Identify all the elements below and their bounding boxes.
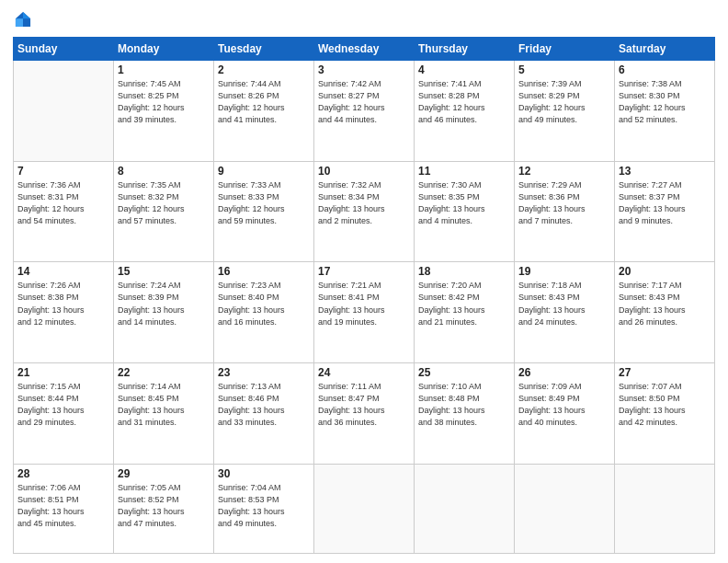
day-info: Sunrise: 7:07 AM Sunset: 8:50 PM Dayligh… <box>619 381 711 429</box>
day-info: Sunrise: 7:09 AM Sunset: 8:49 PM Dayligh… <box>518 381 610 429</box>
calendar-header-row: SundayMondayTuesdayWednesdayThursdayFrid… <box>14 38 715 61</box>
svg-marker-1 <box>23 12 30 18</box>
week-row-4: 21Sunrise: 7:15 AM Sunset: 8:44 PM Dayli… <box>14 363 715 465</box>
day-cell: 6Sunrise: 7:38 AM Sunset: 8:30 PM Daylig… <box>615 61 715 162</box>
day-info: Sunrise: 7:10 AM Sunset: 8:48 PM Dayligh… <box>418 381 510 429</box>
day-cell: 2Sunrise: 7:44 AM Sunset: 8:26 PM Daylig… <box>214 61 314 162</box>
week-row-2: 7Sunrise: 7:36 AM Sunset: 8:31 PM Daylig… <box>14 161 715 262</box>
day-cell: 13Sunrise: 7:27 AM Sunset: 8:37 PM Dayli… <box>615 161 715 262</box>
day-info: Sunrise: 7:36 AM Sunset: 8:31 PM Dayligh… <box>17 179 109 227</box>
day-cell: 12Sunrise: 7:29 AM Sunset: 8:36 PM Dayli… <box>515 161 615 262</box>
day-number: 17 <box>318 265 410 278</box>
day-number: 16 <box>218 265 310 278</box>
day-cell: 10Sunrise: 7:32 AM Sunset: 8:34 PM Dayli… <box>314 161 415 262</box>
day-cell: 21Sunrise: 7:15 AM Sunset: 8:44 PM Dayli… <box>14 363 114 465</box>
day-cell <box>515 464 615 553</box>
day-info: Sunrise: 7:42 AM Sunset: 8:27 PM Dayligh… <box>318 78 410 126</box>
column-header-wednesday: Wednesday <box>314 38 415 61</box>
day-number: 18 <box>418 265 510 278</box>
day-number: 30 <box>218 467 310 480</box>
day-cell: 28Sunrise: 7:06 AM Sunset: 8:51 PM Dayli… <box>14 464 114 553</box>
day-number: 5 <box>518 63 610 76</box>
day-number: 10 <box>318 165 410 178</box>
day-info: Sunrise: 7:44 AM Sunset: 8:26 PM Dayligh… <box>218 78 310 126</box>
day-number: 28 <box>17 467 109 480</box>
column-header-thursday: Thursday <box>415 38 515 61</box>
day-cell: 14Sunrise: 7:26 AM Sunset: 8:38 PM Dayli… <box>14 262 114 363</box>
week-row-1: 1Sunrise: 7:45 AM Sunset: 8:25 PM Daylig… <box>14 61 715 162</box>
day-number: 22 <box>118 366 210 379</box>
header <box>13 9 715 29</box>
day-number: 29 <box>118 467 210 480</box>
day-cell: 5Sunrise: 7:39 AM Sunset: 8:29 PM Daylig… <box>515 61 615 162</box>
day-cell: 17Sunrise: 7:21 AM Sunset: 8:41 PM Dayli… <box>314 262 415 363</box>
day-cell: 19Sunrise: 7:18 AM Sunset: 8:43 PM Dayli… <box>515 262 615 363</box>
week-row-3: 14Sunrise: 7:26 AM Sunset: 8:38 PM Dayli… <box>14 262 715 363</box>
day-number: 19 <box>518 265 610 278</box>
column-header-friday: Friday <box>515 38 615 61</box>
day-cell <box>615 464 715 553</box>
day-info: Sunrise: 7:11 AM Sunset: 8:47 PM Dayligh… <box>318 381 410 429</box>
day-info: Sunrise: 7:38 AM Sunset: 8:30 PM Dayligh… <box>619 78 711 126</box>
day-number: 9 <box>218 165 310 178</box>
day-number: 26 <box>518 366 610 379</box>
day-number: 13 <box>619 165 711 178</box>
day-info: Sunrise: 7:32 AM Sunset: 8:34 PM Dayligh… <box>318 179 410 227</box>
week-row-5: 28Sunrise: 7:06 AM Sunset: 8:51 PM Dayli… <box>14 464 715 553</box>
day-cell: 1Sunrise: 7:45 AM Sunset: 8:25 PM Daylig… <box>114 61 214 162</box>
day-cell: 30Sunrise: 7:04 AM Sunset: 8:53 PM Dayli… <box>214 464 314 553</box>
day-cell: 29Sunrise: 7:05 AM Sunset: 8:52 PM Dayli… <box>114 464 214 553</box>
column-header-saturday: Saturday <box>615 38 715 61</box>
day-number: 15 <box>118 265 210 278</box>
day-cell: 7Sunrise: 7:36 AM Sunset: 8:31 PM Daylig… <box>14 161 114 262</box>
day-cell: 4Sunrise: 7:41 AM Sunset: 8:28 PM Daylig… <box>415 61 515 162</box>
svg-marker-2 <box>16 18 23 27</box>
day-info: Sunrise: 7:27 AM Sunset: 8:37 PM Dayligh… <box>619 179 711 227</box>
day-number: 4 <box>418 63 510 76</box>
day-info: Sunrise: 7:18 AM Sunset: 8:43 PM Dayligh… <box>518 280 610 327</box>
day-cell: 3Sunrise: 7:42 AM Sunset: 8:27 PM Daylig… <box>314 61 415 162</box>
day-info: Sunrise: 7:24 AM Sunset: 8:39 PM Dayligh… <box>118 280 210 327</box>
day-info: Sunrise: 7:23 AM Sunset: 8:40 PM Dayligh… <box>218 280 310 327</box>
day-number: 21 <box>17 366 109 379</box>
day-number: 23 <box>218 366 310 379</box>
day-number: 6 <box>619 63 711 76</box>
day-info: Sunrise: 7:26 AM Sunset: 8:38 PM Dayligh… <box>17 280 109 327</box>
day-number: 24 <box>318 366 410 379</box>
day-cell <box>415 464 515 553</box>
day-info: Sunrise: 7:20 AM Sunset: 8:42 PM Dayligh… <box>418 280 510 327</box>
day-info: Sunrise: 7:15 AM Sunset: 8:44 PM Dayligh… <box>17 381 109 429</box>
day-info: Sunrise: 7:21 AM Sunset: 8:41 PM Dayligh… <box>318 280 410 327</box>
day-info: Sunrise: 7:29 AM Sunset: 8:36 PM Dayligh… <box>518 179 610 227</box>
column-header-sunday: Sunday <box>14 38 114 61</box>
day-info: Sunrise: 7:13 AM Sunset: 8:46 PM Dayligh… <box>218 381 310 429</box>
calendar-table: SundayMondayTuesdayWednesdayThursdayFrid… <box>13 37 715 554</box>
day-cell: 23Sunrise: 7:13 AM Sunset: 8:46 PM Dayli… <box>214 363 314 465</box>
day-number: 14 <box>17 265 109 278</box>
logo-icon <box>13 9 33 29</box>
day-number: 20 <box>619 265 711 278</box>
day-cell: 22Sunrise: 7:14 AM Sunset: 8:45 PM Dayli… <box>114 363 214 465</box>
day-number: 11 <box>418 165 510 178</box>
day-cell: 24Sunrise: 7:11 AM Sunset: 8:47 PM Dayli… <box>314 363 415 465</box>
day-cell: 20Sunrise: 7:17 AM Sunset: 8:43 PM Dayli… <box>615 262 715 363</box>
day-cell: 8Sunrise: 7:35 AM Sunset: 8:32 PM Daylig… <box>114 161 214 262</box>
day-number: 12 <box>518 165 610 178</box>
day-cell <box>314 464 415 553</box>
day-number: 8 <box>118 165 210 178</box>
day-cell: 11Sunrise: 7:30 AM Sunset: 8:35 PM Dayli… <box>415 161 515 262</box>
day-info: Sunrise: 7:30 AM Sunset: 8:35 PM Dayligh… <box>418 179 510 227</box>
column-header-monday: Monday <box>114 38 214 61</box>
day-info: Sunrise: 7:35 AM Sunset: 8:32 PM Dayligh… <box>118 179 210 227</box>
day-info: Sunrise: 7:06 AM Sunset: 8:51 PM Dayligh… <box>17 482 109 530</box>
day-info: Sunrise: 7:39 AM Sunset: 8:29 PM Dayligh… <box>518 78 610 126</box>
day-number: 7 <box>17 165 109 178</box>
day-info: Sunrise: 7:45 AM Sunset: 8:25 PM Dayligh… <box>118 78 210 126</box>
day-cell: 26Sunrise: 7:09 AM Sunset: 8:49 PM Dayli… <box>515 363 615 465</box>
day-number: 3 <box>318 63 410 76</box>
column-header-tuesday: Tuesday <box>214 38 314 61</box>
day-cell: 27Sunrise: 7:07 AM Sunset: 8:50 PM Dayli… <box>615 363 715 465</box>
day-cell: 16Sunrise: 7:23 AM Sunset: 8:40 PM Dayli… <box>214 262 314 363</box>
day-info: Sunrise: 7:17 AM Sunset: 8:43 PM Dayligh… <box>619 280 711 327</box>
day-number: 27 <box>619 366 711 379</box>
